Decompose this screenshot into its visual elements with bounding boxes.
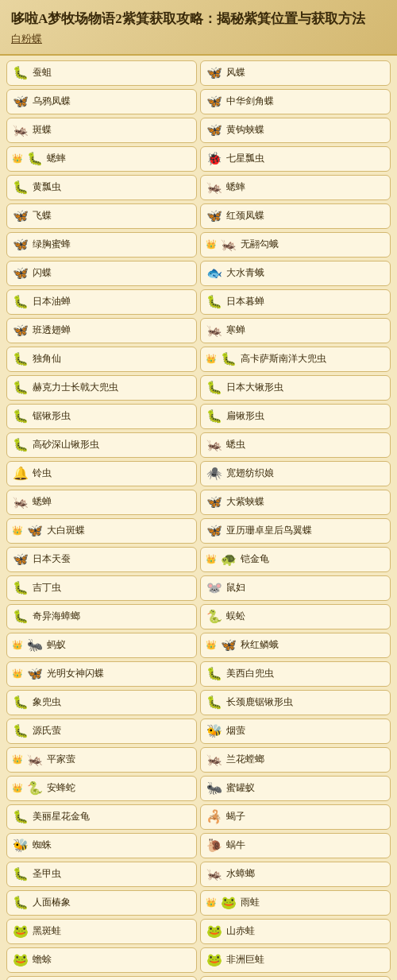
list-item[interactable]: 🦗兰花螳螂 bbox=[200, 747, 391, 773]
insect-icon: 🐍 bbox=[26, 780, 44, 797]
insect-name: 蜘蛛 bbox=[33, 839, 52, 852]
list-item[interactable]: 🐛日本大锹形虫 bbox=[200, 375, 391, 401]
list-item[interactable]: 👑🐛高卡萨斯南洋大兜虫 bbox=[200, 347, 391, 372]
list-item[interactable]: 🕷️宽翅纺织娘 bbox=[200, 461, 391, 486]
list-item[interactable]: 🐸山赤蛙 bbox=[200, 919, 391, 944]
insect-icon: 🐸 bbox=[220, 894, 237, 912]
page-subtitle[interactable]: 白粉蝶 bbox=[11, 32, 386, 46]
list-item[interactable]: 👑🐜蚂蚁 bbox=[6, 633, 197, 658]
insect-name: 中华剑角蝶 bbox=[226, 95, 274, 108]
list-item[interactable]: 🦗寒蝉 bbox=[200, 318, 391, 343]
insect-name: 美丽星花金龟 bbox=[33, 811, 90, 823]
list-item[interactable]: 🦋乌鸦凤蝶 bbox=[6, 89, 197, 114]
list-item[interactable]: 🐛长颈鹿锯锹形虫 bbox=[200, 690, 391, 715]
list-item[interactable]: 🐜蜜罐蚁 bbox=[200, 776, 391, 801]
list-item[interactable]: 🐸蟾蜍 bbox=[6, 947, 197, 973]
list-item[interactable]: 👑🐛黄金独角仙 bbox=[200, 976, 391, 980]
insect-name: 雨蛙 bbox=[241, 897, 260, 909]
insect-name: 蚂蚁 bbox=[47, 639, 66, 652]
list-item[interactable]: 🐛黄瓢虫 bbox=[6, 175, 197, 200]
insect-icon: 🐛 bbox=[12, 694, 29, 711]
insect-icon: 🦋 bbox=[206, 64, 223, 82]
list-item[interactable]: 👑🐛黄金瓢虫 bbox=[6, 976, 197, 980]
list-item[interactable]: 🦂蝎子 bbox=[200, 804, 391, 830]
list-item[interactable]: 🐛圣甲虫 bbox=[6, 862, 197, 887]
list-item[interactable]: 🐸非洲巨蛙 bbox=[200, 947, 391, 973]
insect-icon: 🐛 bbox=[12, 722, 29, 740]
list-item[interactable]: 🔔铃虫 bbox=[6, 461, 197, 486]
list-item[interactable]: 🦋闪蝶 bbox=[6, 261, 197, 286]
list-item[interactable]: 🦗水蟑螂 bbox=[200, 862, 391, 887]
list-item[interactable]: 🐛奇异海蟑螂 bbox=[6, 604, 197, 629]
crown-icon: 👑 bbox=[206, 354, 217, 364]
list-item[interactable]: 🦋大紫蛱蝶 bbox=[200, 490, 391, 515]
list-item[interactable]: 🐛美丽星花金龟 bbox=[6, 804, 197, 830]
list-item[interactable]: 👑🦋大白斑蝶 bbox=[6, 518, 197, 544]
insect-icon: 🦗 bbox=[220, 236, 237, 254]
list-item[interactable]: 🐛美西白兜虫 bbox=[200, 661, 391, 687]
list-item[interactable]: 🦋班透翅蝉 bbox=[6, 318, 197, 343]
list-item[interactable]: 👑🦗无翮勾蛾 bbox=[200, 232, 391, 258]
list-item[interactable]: 🦋绿胸蜜蜂 bbox=[6, 232, 197, 258]
insect-name: 班透翅蝉 bbox=[33, 324, 71, 337]
list-item[interactable]: 🐛独角仙 bbox=[6, 347, 197, 372]
list-item[interactable]: 👑🦋光明女神闪蝶 bbox=[6, 661, 197, 687]
list-item[interactable]: 🐛赫克力士长戟大兜虫 bbox=[6, 375, 197, 401]
list-item[interactable]: 🦗蟋蟀 bbox=[200, 175, 391, 200]
list-item[interactable]: 🐝烟萤 bbox=[200, 719, 391, 744]
insect-name: 高卡萨斯南洋大兜虫 bbox=[241, 353, 326, 366]
list-item[interactable]: 🐛日本油蝉 bbox=[6, 289, 197, 315]
list-item[interactable]: 🦋亚历珊卓皇后鸟翼蝶 bbox=[200, 518, 391, 544]
insect-icon: 🐍 bbox=[206, 608, 223, 626]
insect-icon: 🐸 bbox=[12, 951, 29, 969]
list-item[interactable]: 👑🐸雨蛙 bbox=[200, 890, 391, 916]
list-item[interactable]: 🐝蜘蛛 bbox=[6, 833, 197, 858]
insect-icon: 🦋 bbox=[12, 551, 29, 568]
list-item[interactable]: 🦋飞蝶 bbox=[6, 203, 197, 229]
list-item[interactable]: 🐛扁锹形虫 bbox=[200, 404, 391, 429]
list-item[interactable]: 🐛蚕蛆 bbox=[6, 60, 197, 86]
item-grid: 🐛蚕蛆🦋风蝶🦋乌鸦凤蝶🦋中华剑角蝶🦗斑蝶🦋黄钩蛱蝶👑🐛蟋蟀🐞七星瓢虫🐛黄瓢虫🦗蟋… bbox=[6, 60, 391, 980]
list-item[interactable]: 👑🐢铠金龟 bbox=[200, 547, 391, 572]
list-item[interactable]: 🐛象兜虫 bbox=[6, 690, 197, 715]
insect-name: 飞蝶 bbox=[33, 210, 52, 223]
insect-icon: 🐛 bbox=[12, 436, 29, 454]
list-item[interactable]: 🐌蜗牛 bbox=[200, 833, 391, 858]
list-item[interactable]: 🦋红颈凤蝶 bbox=[200, 203, 391, 229]
list-item[interactable]: 👑🐍安蜂蛇 bbox=[6, 776, 197, 801]
insect-name: 蜜罐蚁 bbox=[226, 782, 255, 795]
insect-name: 安蜂蛇 bbox=[47, 782, 75, 795]
list-item[interactable]: 🦋日本天蚕 bbox=[6, 547, 197, 572]
list-item[interactable]: 🐭鼠妇 bbox=[200, 575, 391, 601]
list-item[interactable]: 🐛源氏萤 bbox=[6, 719, 197, 744]
crown-icon: 👑 bbox=[12, 153, 23, 164]
list-item[interactable]: 🐸黑斑蛙 bbox=[6, 919, 197, 944]
list-item[interactable]: 🦋黄钩蛱蝶 bbox=[200, 118, 391, 143]
list-item[interactable]: 🐛锯锹形虫 bbox=[6, 404, 197, 429]
list-item[interactable]: 🦗斑蝶 bbox=[6, 118, 197, 143]
insect-icon: 🦗 bbox=[206, 866, 223, 883]
list-item[interactable]: 🦗蟋虫 bbox=[200, 432, 391, 458]
list-item[interactable]: 🐍蜈蚣 bbox=[200, 604, 391, 629]
insect-icon: 🦗 bbox=[206, 751, 223, 769]
list-item[interactable]: 👑🐛蟋蟀 bbox=[6, 146, 197, 172]
insect-name: 蟾蜍 bbox=[33, 954, 52, 966]
list-item[interactable]: 🐛吉丁虫 bbox=[6, 575, 197, 601]
list-item[interactable]: 🐛高砂深山锹形虫 bbox=[6, 432, 197, 458]
list-item[interactable]: 🦗蟋蝉 bbox=[6, 490, 197, 515]
list-item[interactable]: 👑🦗平家萤 bbox=[6, 747, 197, 773]
crown-icon: 👑 bbox=[12, 640, 23, 650]
list-item[interactable]: 👑🦋秋红鳞蛾 bbox=[200, 633, 391, 658]
list-item[interactable]: 🐟大水青蛾 bbox=[200, 261, 391, 286]
insect-icon: 🐝 bbox=[206, 722, 223, 740]
insect-icon: 🐌 bbox=[206, 837, 223, 854]
list-item[interactable]: 🐛日本暮蝉 bbox=[200, 289, 391, 315]
insect-name: 大水青蛾 bbox=[226, 267, 264, 280]
insect-name: 蟋虫 bbox=[226, 439, 245, 451]
insect-icon: 🐛 bbox=[12, 351, 29, 368]
list-item[interactable]: 🐛人面椿象 bbox=[6, 890, 197, 916]
list-item[interactable]: 🦋风蝶 bbox=[200, 60, 391, 86]
list-item[interactable]: 🐞七星瓢虫 bbox=[200, 146, 391, 172]
list-item[interactable]: 🦋中华剑角蝶 bbox=[200, 89, 391, 114]
insect-name: 人面椿象 bbox=[33, 897, 71, 909]
